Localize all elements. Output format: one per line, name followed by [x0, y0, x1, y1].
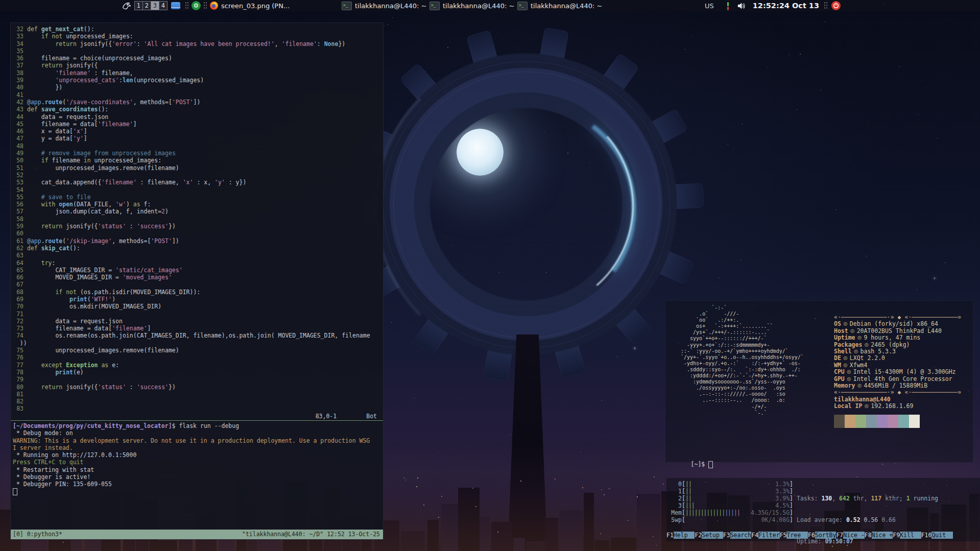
line-number: 33	[13, 33, 23, 40]
settings-gear-icon[interactable]: ⚙	[192, 1, 201, 10]
code-line: 80 return jsonify({'status' : 'success'}…	[13, 384, 383, 391]
shell-line: * Restarting with stat	[13, 466, 383, 473]
fkey-label-help[interactable]: Help	[674, 532, 695, 539]
fkey-f7[interactable]: F7	[836, 532, 843, 539]
terminal-vim-flask[interactable]: 32def get_next_cat():33 if not unprocess…	[10, 22, 384, 540]
fkey-f8[interactable]: F8	[865, 532, 872, 539]
neofetch-info: «·─────────────·» ◆ «·─────────────»OS ⊛…	[834, 314, 961, 428]
htop-load-line: Load average: 0.52 0.56 0.66	[797, 516, 938, 523]
code-line: 52	[13, 172, 383, 179]
fkey-f10[interactable]: F10	[921, 532, 932, 539]
shell-line: * Debugger PIN: 135-609-055	[13, 481, 383, 488]
fkey-label-filter[interactable]: Filter	[758, 532, 780, 539]
taskbar-button-firefox[interactable]: screen_03.png (PN...	[210, 2, 342, 10]
shell-line: * Debugger is active!	[13, 473, 383, 481]
fkey-label-search[interactable]: Search	[730, 532, 752, 539]
clock[interactable]: 12:52:24 Oct 13	[753, 2, 819, 10]
workspace-2[interactable]: 2	[142, 1, 151, 10]
fkey-label-nice-[interactable]: Nice -	[843, 532, 865, 539]
panel-logo-bird-icon[interactable]	[122, 1, 132, 10]
keyboard-layout-indicator[interactable]: US	[705, 2, 714, 10]
taskbar-button-terminal-2[interactable]: >_tilakkhanna@L440: ~	[429, 2, 517, 10]
volume-icon[interactable]	[737, 2, 746, 10]
palette-swatch	[888, 421, 898, 428]
palette-swatch	[845, 421, 855, 428]
htop-meters: 0[||1.3%]1[||3.3%]2[||3.9%]3[|||4.5%]Mem…	[668, 481, 793, 523]
neofetch-row-local-ip: Local IP ⊛ 192.168.1.69	[834, 403, 961, 410]
fkey-label-quit[interactable]: Quit	[931, 532, 953, 539]
code-line: 83	[13, 405, 383, 412]
fkey-label-sortby[interactable]: SortBy	[815, 532, 836, 539]
line-number: 70	[13, 303, 23, 310]
code-line: 32def get_next_cat():	[13, 26, 383, 33]
palette-swatch	[898, 415, 909, 421]
line-number: 77	[13, 362, 23, 369]
palette-swatch	[877, 421, 888, 428]
tmux-window-list[interactable]: [0] 0:python3*	[11, 531, 242, 538]
fkey-f1[interactable]: F1	[666, 532, 674, 539]
line-number: 49	[13, 150, 23, 157]
shell-line: I server instead.	[13, 444, 383, 451]
line-number: 83	[13, 405, 23, 412]
fkey-f6[interactable]: F6	[808, 532, 815, 539]
window-list-icon[interactable]	[171, 2, 180, 9]
shell-prompt[interactable]: [~]$	[670, 453, 713, 475]
line-number: 69	[13, 296, 23, 303]
code-line: 40 })	[13, 84, 383, 91]
code-line: 53 cat_data.append({'filename' : filenam…	[13, 179, 383, 186]
htop-meter-cpu3: 3[|||4.5%]	[668, 502, 793, 509]
fkey-f2[interactable]: F2	[695, 532, 702, 539]
line-number: 40	[13, 84, 23, 91]
line-number: 79	[13, 376, 23, 383]
fkey-label-tree[interactable]: Tree	[786, 532, 808, 539]
line-number: 58	[13, 215, 23, 223]
terminal-icon: >_	[342, 2, 352, 10]
neofetch-color-palette	[834, 415, 961, 428]
fkey-label-kill[interactable]: Kill	[900, 532, 921, 539]
line-number: 47	[13, 135, 23, 142]
code-line: 47 y = data['y']	[13, 135, 383, 142]
workspace-3[interactable]: 3	[151, 1, 159, 10]
fkey-f9[interactable]: F9	[893, 532, 900, 539]
fkey-f5[interactable]: F5	[780, 532, 787, 539]
fkey-label-setup[interactable]: Setup	[702, 532, 723, 539]
line-number: 71	[13, 310, 23, 318]
panel-separator	[203, 2, 207, 10]
line-number: 67	[13, 281, 23, 288]
terminal-cursor	[708, 461, 713, 468]
htop-function-key-bar: F1Help F2Setup F3SearchF4FilterF5Tree F6…	[666, 532, 953, 539]
terminal-neofetch[interactable]: `-:-` .o` -///- `oo` .:/++:. os+ `-:++++…	[665, 300, 973, 463]
code-line: 69 print('WTF!')	[13, 296, 383, 303]
code-line: 48	[13, 142, 383, 150]
code-line: ))	[13, 340, 383, 347]
neofetch-separator: «·─────────────·» ◆ «·─────────────»	[834, 389, 961, 396]
workspace-1[interactable]: 1	[134, 1, 143, 10]
taskbar-button-terminal-1[interactable]: >_tilakkhanna@L440: ~	[342, 2, 429, 10]
code-line: 71	[13, 310, 383, 318]
line-number: 44	[13, 113, 23, 121]
workspace-4[interactable]: 4	[159, 1, 168, 10]
vim-code-area[interactable]: 32def get_next_cat():33 if not unprocess…	[11, 23, 383, 413]
taskbar-button-terminal-3[interactable]: >_tilakkhanna@L440: ~	[517, 2, 605, 10]
network-monitor-icon[interactable]	[726, 2, 730, 10]
neofetch-row-os: OS ⊛ Debian (forky/sid) x86_64	[834, 321, 961, 327]
code-line: 72 data = request.json	[13, 318, 383, 325]
code-line: 73 filename = data['filename']	[13, 325, 383, 332]
terminal-htop[interactable]: 0[||1.3%]1[||3.3%]2[||3.9%]3[|||4.5%]Mem…	[666, 478, 980, 541]
fkey-label-nice+[interactable]: Nice +	[872, 532, 893, 539]
line-number: 66	[13, 274, 23, 281]
neofetch-row-de: DE ⊛ LXQt 2.2.0	[834, 355, 961, 362]
code-line: 55 # save to file	[13, 194, 383, 201]
code-line: 76	[13, 354, 383, 361]
fkey-f4[interactable]: F4	[751, 532, 758, 539]
fkey-f3[interactable]: F3	[723, 532, 730, 539]
line-number: 59	[13, 223, 23, 230]
neofetch-row-host: Host ⊛ 20AT002BUS ThinkPad L440	[834, 328, 961, 334]
code-line: 81	[13, 391, 383, 398]
line-number: 82	[13, 398, 23, 405]
power-button[interactable]	[831, 1, 841, 10]
line-number: 34	[13, 40, 23, 47]
shell-output-area[interactable]: [~/Documents/prog/py/cute_kitty_nose_loc…	[11, 421, 383, 530]
code-line: 82	[13, 398, 383, 405]
code-line: 77 except Exception as e:	[13, 362, 383, 369]
